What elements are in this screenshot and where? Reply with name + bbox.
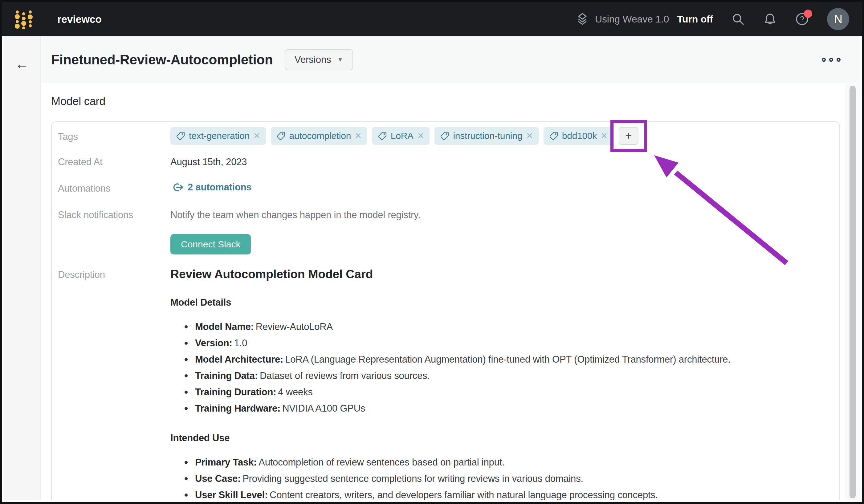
created-at-label: Created At xyxy=(58,153,170,168)
page-header: Finetuned-Review-Autocompletion Versions… xyxy=(41,36,860,83)
notifications-bell-icon[interactable] xyxy=(763,12,777,26)
list-item: Use Case:Providing suggested sentence co… xyxy=(184,470,832,487)
model-details-heading: Model Details xyxy=(170,297,832,308)
help-button[interactable]: ? xyxy=(795,12,809,26)
back-button[interactable]: ← xyxy=(13,54,32,73)
list-item: Primary Task:Autocompletion of review se… xyxy=(184,454,832,470)
page-title: Finetuned-Review-Autocompletion xyxy=(51,52,273,68)
remove-tag-icon[interactable]: ✕ xyxy=(355,132,361,140)
tag-icon xyxy=(440,131,449,141)
tag-label: instruction-tuning xyxy=(453,131,522,141)
tag-label: LoRA xyxy=(391,131,413,141)
navbar-actions: Using Weave 1.0 Turn off ? N xyxy=(575,8,849,30)
tag-label: text-generation xyxy=(189,131,250,141)
tag-pill: bdd100k ✕ xyxy=(543,127,613,145)
slack-row: Slack notifications Notify the team when… xyxy=(58,206,832,254)
remove-tag-icon[interactable]: ✕ xyxy=(253,132,260,140)
workspace-name: reviewco xyxy=(57,13,102,25)
overflow-dot-icon xyxy=(822,58,826,62)
intended-use-list: Primary Task:Autocompletion of review se… xyxy=(170,454,832,500)
weave-status-group: Using Weave 1.0 Turn off xyxy=(575,12,713,26)
search-icon[interactable] xyxy=(731,12,745,26)
description-title: Review Autocompletion Model Card xyxy=(170,267,832,281)
remove-tag-icon[interactable]: ✕ xyxy=(601,132,607,140)
created-at-row: Created At August 15th, 2023 xyxy=(58,153,832,168)
versions-label: Versions xyxy=(295,54,331,65)
remove-tag-icon[interactable]: ✕ xyxy=(417,132,424,140)
list-item: Training Data:Dataset of reviews from va… xyxy=(184,368,832,384)
tag-icon xyxy=(176,131,185,141)
remove-tag-icon[interactable]: ✕ xyxy=(526,132,533,140)
tag-pill: autocompletion ✕ xyxy=(271,127,367,145)
company-logo-icon[interactable] xyxy=(14,9,34,29)
svg-text:?: ? xyxy=(800,15,804,23)
tag-icon xyxy=(378,131,387,141)
tag-icon xyxy=(549,131,558,141)
description-label: Description xyxy=(58,266,170,280)
tag-pill: LoRA ✕ xyxy=(372,127,430,145)
overflow-dot-icon xyxy=(829,58,833,62)
model-details-list: Model Name:Review-AutoLoRA Version:1.0 M… xyxy=(170,319,832,417)
left-rail: ← xyxy=(4,36,41,500)
overflow-menu-button[interactable] xyxy=(820,56,842,64)
automations-link[interactable]: 2 automations xyxy=(170,179,252,193)
overflow-dot-icon xyxy=(837,58,841,62)
list-item: Model Architecture:LoRA (Language Repres… xyxy=(184,351,832,368)
slack-label: Slack notifications xyxy=(58,206,170,220)
weave-turn-off-button[interactable]: Turn off xyxy=(677,14,713,25)
add-tag-button[interactable]: + xyxy=(619,127,638,145)
list-item: Training Duration:4 weeks xyxy=(184,384,832,400)
list-item: User Skill Level:Content creators, write… xyxy=(184,487,832,500)
slack-description: Notify the team when changes happen in t… xyxy=(170,206,832,220)
scrollbar-track xyxy=(845,83,860,500)
top-navbar: reviewco Using Weave 1.0 Turn off xyxy=(2,2,862,36)
notification-dot xyxy=(804,10,812,18)
intended-use-heading: Intended Use xyxy=(170,433,832,444)
tag-pill: instruction-tuning ✕ xyxy=(434,127,538,145)
app-window: reviewco Using Weave 1.0 Turn off xyxy=(0,0,864,504)
tags-label: Tags xyxy=(58,127,170,142)
user-avatar[interactable]: N xyxy=(827,8,849,30)
model-card-heading: Model card xyxy=(51,95,845,108)
weave-layers-icon xyxy=(575,12,589,26)
tag-icon xyxy=(276,131,286,141)
list-item: Model Name:Review-AutoLoRA xyxy=(184,319,832,335)
tag-label: bdd100k xyxy=(562,131,597,141)
created-at-value: August 15th, 2023 xyxy=(170,153,832,168)
scrollbar-thumb[interactable] xyxy=(850,86,856,499)
description-row: Description Review Autocompletion Model … xyxy=(58,266,832,500)
versions-dropdown[interactable]: Versions ▼ xyxy=(285,49,353,70)
automation-icon xyxy=(170,182,184,193)
automations-link-label: 2 automations xyxy=(188,182,252,193)
list-item: Version:1.0 xyxy=(184,335,832,351)
description-content: Review Autocompletion Model Card Model D… xyxy=(170,266,832,500)
main-content: Model card Tags text-generation ✕ xyxy=(41,83,845,500)
tags-list: text-generation ✕ autocompletion ✕ xyxy=(170,127,832,145)
tag-pill: text-generation ✕ xyxy=(170,127,266,145)
list-item: Training Hardware:NVIDIA A100 GPUs xyxy=(184,400,832,417)
connect-slack-button[interactable]: Connect Slack xyxy=(170,234,251,254)
model-card-panel: Tags text-generation ✕ xyxy=(51,121,840,500)
tag-label: autocompletion xyxy=(289,131,351,141)
chevron-down-icon: ▼ xyxy=(337,56,343,63)
automations-row: Automations 2 automations xyxy=(58,179,832,194)
weave-status-label: Using Weave 1.0 xyxy=(595,14,669,25)
automations-label: Automations xyxy=(58,179,170,194)
add-tag-wrap: + xyxy=(619,127,638,145)
tags-row: Tags text-generation ✕ xyxy=(58,127,832,145)
